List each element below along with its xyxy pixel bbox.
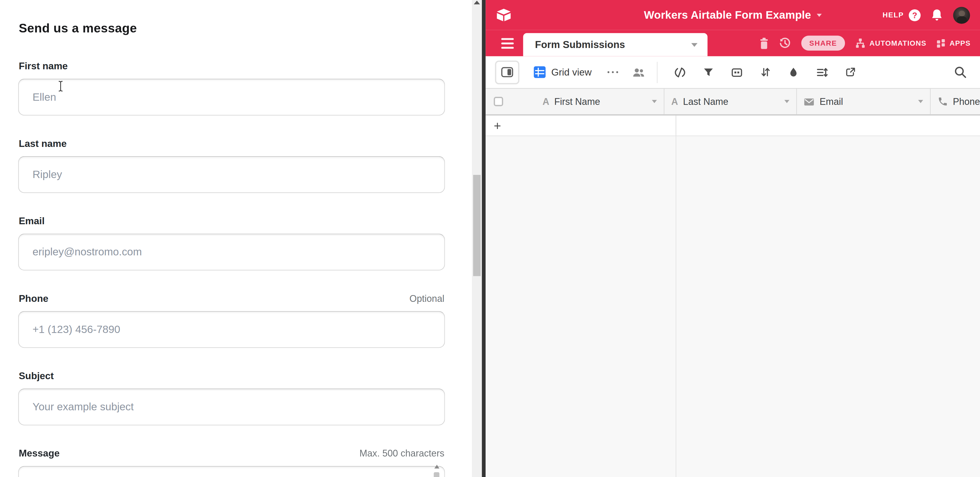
form-heading: Send us a message — [19, 21, 445, 36]
message-scrollbar[interactable] — [433, 462, 441, 477]
filter-icon[interactable] — [703, 66, 714, 78]
text-cursor-icon — [57, 81, 64, 94]
group-icon[interactable] — [731, 66, 743, 78]
last-name-group: Last name — [18, 138, 445, 193]
email-label: Email — [19, 216, 45, 227]
email-input[interactable] — [18, 234, 445, 270]
chevron-down-icon — [817, 14, 822, 17]
collaborators-icon[interactable] — [632, 66, 645, 78]
frozen-column-divider — [676, 136, 676, 477]
base-title: Workers Airtable Form Example — [644, 8, 811, 22]
apps-icon — [936, 38, 946, 48]
column-chevron-down-icon[interactable] — [784, 100, 789, 103]
add-record-plus-icon[interactable]: + — [494, 119, 501, 132]
automations-icon — [855, 38, 866, 49]
sidebar-toggle-button[interactable] — [495, 60, 519, 84]
automations-label: AUTOMATIONS — [869, 40, 926, 47]
grid-empty-area — [485, 136, 980, 477]
history-icon[interactable] — [779, 37, 791, 49]
sort-icon[interactable] — [760, 66, 772, 78]
contact-form-pane: Send us a message First name Last name E… — [0, 0, 472, 477]
search-icon[interactable] — [954, 66, 967, 79]
message-group: Message Max. 500 characters — [18, 448, 445, 477]
airtable-logo-icon[interactable] — [496, 8, 512, 22]
subject-group: Subject — [18, 370, 445, 425]
message-textarea[interactable] — [18, 466, 445, 477]
text-field-type-icon: A — [671, 96, 678, 107]
subject-label: Subject — [19, 370, 54, 382]
first-name-input[interactable] — [18, 79, 445, 116]
last-name-input[interactable] — [18, 156, 445, 193]
tab-chevron-down-icon — [691, 43, 697, 46]
airtable-window: Workers Airtable Form Example HELP ? — [485, 0, 980, 477]
sidebar-menu-icon[interactable] — [501, 38, 514, 49]
grid-view-icon — [534, 66, 546, 78]
grid-header-row: A First Name A Last Name Email — [485, 88, 980, 116]
view-toolbar: Grid view — [485, 56, 980, 88]
phone-optional-hint: Optional — [409, 293, 444, 304]
view-name: Grid view — [551, 67, 592, 78]
last-name-label: Last name — [19, 138, 67, 149]
add-record-row[interactable]: + — [485, 116, 980, 136]
phone-input[interactable] — [18, 311, 445, 348]
phone-label: Phone — [19, 293, 48, 304]
phone-group: Phone Optional — [18, 293, 445, 348]
apps-label: APPS — [950, 40, 970, 47]
column-chevron-down-icon[interactable] — [652, 100, 657, 103]
row-height-icon[interactable] — [816, 66, 828, 78]
message-max-hint: Max. 500 characters — [360, 448, 444, 459]
first-name-label: First name — [19, 60, 68, 71]
select-all-checkbox[interactable] — [494, 97, 503, 106]
message-scrollbar-thumb[interactable] — [434, 472, 439, 477]
share-button[interactable]: SHARE — [801, 36, 845, 51]
text-field-type-icon: A — [542, 96, 549, 107]
subject-input[interactable] — [18, 388, 445, 425]
airtable-tabbar: Form Submissions — [485, 30, 980, 56]
airtable-topbar: Workers Airtable Form Example HELP ? — [485, 0, 980, 30]
first-name-group: First name — [18, 60, 445, 116]
contact-form: Send us a message First name Last name E… — [0, 0, 445, 477]
help-label: HELP — [883, 11, 904, 19]
trash-icon[interactable] — [759, 37, 768, 49]
user-avatar[interactable] — [953, 6, 970, 23]
hide-fields-icon[interactable] — [674, 66, 686, 78]
scroll-up-icon[interactable] — [434, 465, 439, 468]
column-header-email[interactable]: Email — [797, 89, 931, 114]
screenshot-stage: Send us a message First name Last name E… — [0, 0, 980, 477]
help-button[interactable]: HELP ? — [883, 9, 921, 21]
apps-button[interactable]: APPS — [936, 38, 970, 48]
window-divider — [482, 0, 485, 477]
toolbar-divider — [657, 62, 657, 83]
phone-field-type-icon — [937, 96, 948, 107]
scrollbar-up-icon[interactable] — [474, 0, 480, 4]
automations-button[interactable]: AUTOMATIONS — [855, 38, 926, 49]
message-label: Message — [19, 448, 60, 459]
grid-view-button[interactable]: Grid view — [534, 66, 592, 78]
email-field-type-icon — [804, 97, 815, 106]
share-view-icon[interactable] — [845, 66, 856, 78]
left-pane-scrollbar-thumb[interactable] — [473, 175, 480, 276]
notifications-bell-icon[interactable] — [931, 9, 942, 21]
share-label: SHARE — [810, 40, 837, 47]
tab-form-submissions[interactable]: Form Submissions — [523, 33, 708, 56]
color-icon[interactable] — [788, 66, 800, 78]
view-options-ellipsis-icon[interactable] — [608, 71, 618, 73]
column-header-first-name[interactable]: A First Name — [485, 89, 664, 114]
left-pane-scrollbar[interactable] — [472, 0, 482, 477]
table-tab-label: Form Submissions — [535, 39, 625, 50]
email-group: Email — [18, 216, 445, 270]
column-header-last-name[interactable]: A Last Name — [665, 89, 797, 114]
column-chevron-down-icon[interactable] — [918, 100, 923, 103]
base-title-menu[interactable]: Workers Airtable Form Example — [644, 0, 822, 30]
question-icon[interactable]: ? — [909, 9, 921, 21]
column-header-phone[interactable]: Phone — [931, 89, 980, 114]
column-divider — [676, 116, 676, 135]
